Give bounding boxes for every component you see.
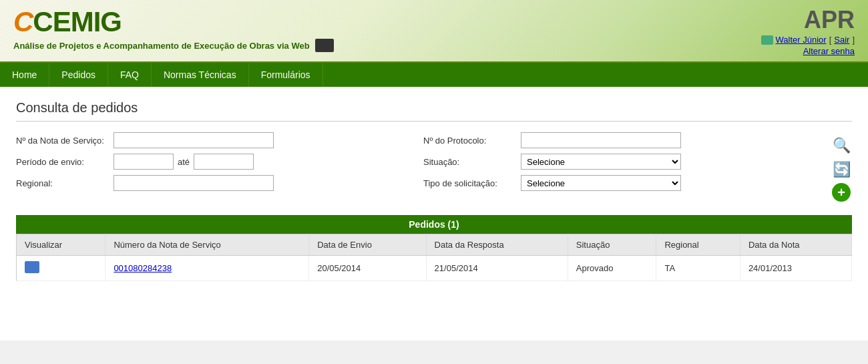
periodo-label: Período de envio: xyxy=(16,157,110,167)
tipo-label: Tipo de solicitação: xyxy=(423,178,517,188)
situacao-label: Situação: xyxy=(423,157,517,167)
form-left: Nº da Nota de Serviço: Período de envio:… xyxy=(16,132,397,196)
protocolo-row: Nº do Protocolo: xyxy=(423,132,804,148)
apr-title: APR xyxy=(804,8,855,32)
nota-label: Nº da Nota de Serviço: xyxy=(16,136,110,146)
navigation: Home Pedidos FAQ Normas Técnicas Formulá… xyxy=(0,63,868,87)
situacao-row: Situação: Selecione Aprovado Pendente Re… xyxy=(423,154,804,170)
col-situacao: Situação xyxy=(568,234,656,256)
situacao-select[interactable]: Selecione Aprovado Pendente Reprovado xyxy=(521,154,681,170)
col-data-envio: Data de Envio xyxy=(309,234,426,256)
protocolo-label: Nº do Protocolo: xyxy=(423,136,517,146)
table-header: Pedidos (1) xyxy=(16,215,852,234)
nav-pedidos[interactable]: Pedidos xyxy=(49,63,108,87)
user-links-area: Walter Júnior [ Sair ] xyxy=(761,35,855,45)
search-form: Nº da Nota de Serviço: Período de envio:… xyxy=(16,132,852,202)
cell-visualizar[interactable] xyxy=(17,256,105,281)
col-data-resposta: Data da Resposta xyxy=(426,234,568,256)
cell-situacao: Aprovado xyxy=(568,256,656,281)
cell-data-envio: 20/05/2014 xyxy=(309,256,426,281)
col-visualizar: Visualizar xyxy=(17,234,105,256)
search-button[interactable]: 🔍 xyxy=(831,135,852,156)
logo-c: C xyxy=(13,6,33,37)
cell-data-resposta: 21/05/2014 xyxy=(426,256,568,281)
cell-data-nota: 24/01/2013 xyxy=(740,256,851,281)
regional-input[interactable] xyxy=(114,175,274,191)
page-title: Consulta de pedidos xyxy=(16,100,852,122)
search-icon: 🔍 xyxy=(833,137,851,154)
regional-label: Regional: xyxy=(16,178,110,188)
cell-numero[interactable]: 001080284238 xyxy=(105,256,309,281)
nav-faq[interactable]: FAQ xyxy=(108,63,152,87)
add-button[interactable]: + xyxy=(832,183,851,202)
refresh-button[interactable]: 🔄 xyxy=(831,159,852,180)
results-table: Visualizar Número da Nota de Serviço Dat… xyxy=(16,234,852,281)
nota-input[interactable] xyxy=(114,132,274,148)
results-section: Pedidos (1) Visualizar Número da Nota de… xyxy=(16,215,852,281)
sair-link[interactable]: Sair xyxy=(834,35,849,45)
regional-row: Regional: xyxy=(16,175,397,191)
alterar-senha-link[interactable]: Alterar senha xyxy=(803,46,855,56)
bracket-close: ] xyxy=(852,35,855,45)
protocolo-input[interactable] xyxy=(521,132,681,148)
periodo-from-input[interactable] xyxy=(114,154,174,170)
chart-icon xyxy=(315,39,334,52)
periodo-to-input[interactable] xyxy=(194,154,254,170)
nav-home[interactable]: Home xyxy=(0,63,49,87)
form-actions: 🔍 🔄 + xyxy=(831,132,852,202)
table-row: 001080284238 20/05/2014 21/05/2014 Aprov… xyxy=(17,256,852,281)
table-header-row: Visualizar Número da Nota de Serviço Dat… xyxy=(17,234,852,256)
logo-area: CCEMIG Análise de Projetos e Acompanhame… xyxy=(13,8,334,52)
periodo-row: Período de envio: até xyxy=(16,154,397,170)
col-regional: Regional xyxy=(656,234,740,256)
tipo-select[interactable]: Selecione Tipo 1 Tipo 2 xyxy=(521,175,681,191)
col-numero: Número da Nota de Serviço xyxy=(105,234,309,256)
header: CCEMIG Análise de Projetos e Acompanhame… xyxy=(0,0,868,63)
nav-normas[interactable]: Normas Técnicas xyxy=(152,63,249,87)
bracket-open: [ xyxy=(829,35,832,45)
subtitle-text: Análise de Projetos e Acompanhamento de … xyxy=(13,41,310,51)
ate-text: até xyxy=(178,157,190,167)
logo-subtitle: Análise de Projetos e Acompanhamento de … xyxy=(13,39,334,52)
main-content: Consulta de pedidos Nº da Nota de Serviç… xyxy=(0,87,868,341)
user-name-link[interactable]: Walter Júnior xyxy=(776,35,827,45)
logo: CCEMIG xyxy=(13,8,334,36)
user-icon xyxy=(761,35,773,45)
refresh-icon: 🔄 xyxy=(833,161,851,178)
tipo-row: Tipo de solicitação: Selecione Tipo 1 Ti… xyxy=(423,175,804,191)
col-data-nota: Data da Nota xyxy=(740,234,851,256)
visualizar-icon[interactable] xyxy=(25,261,39,273)
numero-link[interactable]: 001080284238 xyxy=(114,263,172,273)
cell-regional: TA xyxy=(656,256,740,281)
nav-formularios[interactable]: Formulários xyxy=(249,63,323,87)
form-right: Nº do Protocolo: Situação: Selecione Apr… xyxy=(423,132,804,196)
header-right: APR Walter Júnior [ Sair ] Alterar senha xyxy=(761,8,855,56)
nota-row: Nº da Nota de Serviço: xyxy=(16,132,397,148)
